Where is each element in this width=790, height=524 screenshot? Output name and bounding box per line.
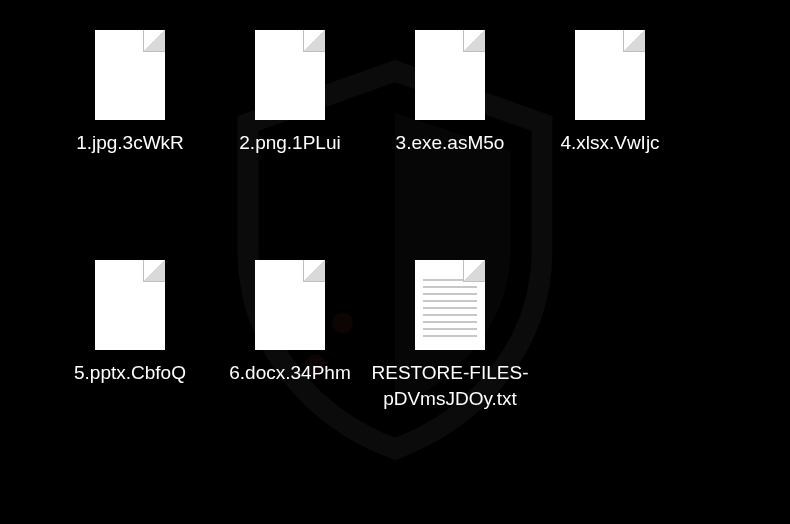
file-label: 4.xlsx.VwIjc xyxy=(560,130,659,156)
file-label: 2.png.1PLui xyxy=(239,130,340,156)
blank-file-icon xyxy=(95,260,165,350)
text-file-icon xyxy=(415,260,485,350)
file-label: 1.jpg.3cWkR xyxy=(76,130,184,156)
file-label: RESTORE-FILES-pDVmsJDOy.txt xyxy=(370,360,530,411)
file-item[interactable]: RESTORE-FILES-pDVmsJDOy.txt xyxy=(370,260,530,460)
blank-file-icon xyxy=(95,30,165,120)
blank-file-icon xyxy=(255,30,325,120)
file-label: 3.exe.asM5o xyxy=(396,130,505,156)
file-item[interactable]: 2.png.1PLui xyxy=(210,30,370,230)
blank-file-icon xyxy=(575,30,645,120)
blank-file-icon xyxy=(255,260,325,350)
file-item[interactable]: 3.exe.asM5o xyxy=(370,30,530,230)
file-item[interactable]: 4.xlsx.VwIjc xyxy=(530,30,690,230)
file-item[interactable]: 5.pptx.CbfoQ xyxy=(50,260,210,460)
blank-file-icon xyxy=(415,30,485,120)
file-label: 5.pptx.CbfoQ xyxy=(74,360,186,386)
file-item[interactable]: 6.docx.34Phm xyxy=(210,260,370,460)
desktop-area: 1.jpg.3cWkR 2.png.1PLui 3.exe.asM5o 4.xl… xyxy=(0,0,790,490)
file-label: 6.docx.34Phm xyxy=(229,360,350,386)
file-item[interactable]: 1.jpg.3cWkR xyxy=(50,30,210,230)
